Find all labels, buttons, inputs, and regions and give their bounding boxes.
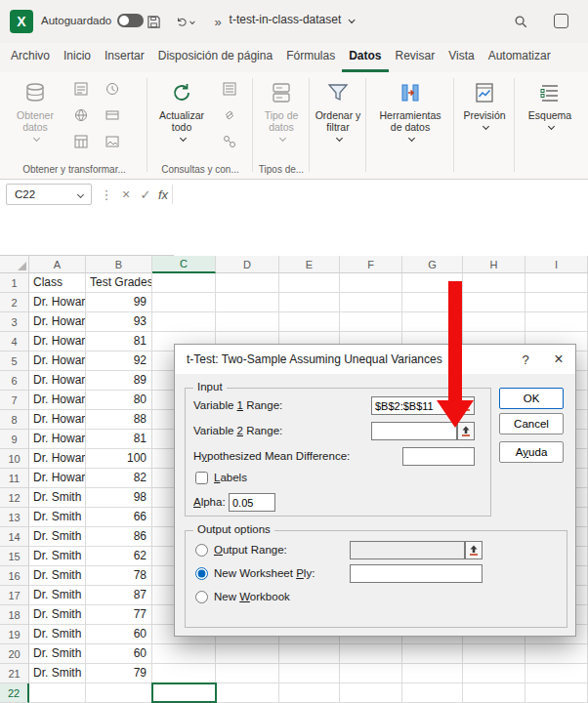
- cell-C3[interactable]: [152, 312, 216, 332]
- cell-H1[interactable]: [463, 273, 525, 293]
- cell-C22[interactable]: [152, 683, 216, 703]
- new-worksheet-radio[interactable]: [195, 567, 208, 580]
- search-icon[interactable]: [512, 13, 529, 30]
- cell-A10[interactable]: Dr. Howar: [29, 449, 86, 469]
- cell-A6[interactable]: Dr. Howar: [29, 371, 86, 391]
- get-data-button[interactable]: Obtener datos: [6, 77, 64, 141]
- tab-insertar[interactable]: Insertar: [98, 43, 151, 72]
- cell-A1[interactable]: Class: [29, 273, 86, 293]
- cell-G20[interactable]: [402, 644, 463, 664]
- sort-filter-button[interactable]: Ordenar y filtrar: [313, 77, 363, 171]
- row-header-8[interactable]: 8: [0, 410, 29, 430]
- row-header-20[interactable]: 20: [0, 644, 29, 664]
- cell-C2[interactable]: [152, 293, 216, 312]
- row-header-2[interactable]: 2: [0, 293, 29, 312]
- row-header-10[interactable]: 10: [0, 449, 29, 469]
- outline-button[interactable]: Esquema: [520, 77, 580, 171]
- new-workbook-radio[interactable]: [195, 591, 208, 603]
- column-header-A[interactable]: A: [29, 256, 86, 273]
- cell-B2[interactable]: 99: [86, 293, 152, 312]
- cell-A4[interactable]: Dr. Howar: [29, 332, 86, 352]
- from-web-icon[interactable]: [72, 106, 90, 124]
- cell-B1[interactable]: Test Grades: [86, 273, 152, 293]
- cell-H3[interactable]: [463, 312, 525, 332]
- row-header-5[interactable]: 5: [0, 352, 29, 371]
- cell-D22[interactable]: [216, 683, 279, 703]
- connections-icon[interactable]: [221, 133, 238, 150]
- cell-B18[interactable]: 77: [86, 605, 152, 625]
- cell-I20[interactable]: [525, 644, 588, 664]
- row-header-9[interactable]: 9: [0, 430, 29, 449]
- row-header-11[interactable]: 11: [0, 469, 29, 488]
- row-header-16[interactable]: 16: [0, 566, 29, 586]
- cell-A19[interactable]: Dr. Smith: [29, 625, 86, 644]
- cell-E1[interactable]: [279, 273, 340, 293]
- cell-A3[interactable]: Dr. Howar: [29, 312, 86, 332]
- from-table-icon[interactable]: [72, 133, 90, 150]
- labels-checkbox[interactable]: [195, 472, 208, 484]
- data-tools-button[interactable]: Herramientas de datos: [369, 77, 451, 171]
- cell-A16[interactable]: Dr. Smith: [29, 566, 86, 586]
- autosave-toggle[interactable]: [117, 14, 144, 27]
- cell-D3[interactable]: [216, 312, 279, 332]
- dialog-title-bar[interactable]: t-Test: Two-Sample Assuming Unequal Vari…: [175, 345, 575, 374]
- cell-E21[interactable]: [279, 664, 340, 683]
- cell-G22[interactable]: [402, 683, 463, 703]
- cell-A22[interactable]: [29, 683, 86, 703]
- column-header-B[interactable]: B: [86, 256, 152, 273]
- output-range-input[interactable]: [350, 541, 465, 559]
- tab-archivo[interactable]: Archivo: [4, 43, 57, 72]
- new-worksheet-input[interactable]: [350, 564, 483, 583]
- row-header-12[interactable]: 12: [0, 488, 29, 508]
- cell-A8[interactable]: Dr. Howar: [29, 410, 86, 430]
- cell-D2[interactable]: [216, 293, 279, 312]
- cell-D1[interactable]: [216, 273, 279, 293]
- help-button[interactable]: Ayuda: [499, 441, 564, 463]
- cell-F22[interactable]: [340, 683, 402, 703]
- output-range-picker-icon[interactable]: [465, 541, 483, 559]
- cell-H22[interactable]: [463, 683, 525, 703]
- select-all-corner[interactable]: [0, 256, 29, 273]
- enter-entry-icon[interactable]: ✓: [137, 184, 154, 205]
- data-types-button[interactable]: Tipo de datos: [256, 77, 307, 141]
- cell-F3[interactable]: [340, 312, 402, 332]
- tab-vista[interactable]: Vista: [441, 43, 481, 72]
- cell-B22[interactable]: [86, 683, 152, 703]
- cell-I22[interactable]: [525, 683, 588, 703]
- cell-A7[interactable]: Dr. Howar: [29, 391, 86, 410]
- cell-A20[interactable]: Dr. Smith: [29, 644, 86, 664]
- cell-F21[interactable]: [340, 664, 402, 683]
- tab-datos[interactable]: Datos: [342, 43, 388, 72]
- tab-inicio[interactable]: Inicio: [57, 43, 98, 72]
- cell-E22[interactable]: [279, 683, 340, 703]
- variable2-range-input[interactable]: [371, 422, 457, 440]
- tab-revisar[interactable]: Revisar: [389, 43, 442, 72]
- alpha-input[interactable]: [229, 493, 275, 512]
- cell-C20[interactable]: [152, 644, 216, 664]
- cell-B13[interactable]: 66: [86, 508, 152, 527]
- column-header-G[interactable]: G: [402, 256, 463, 273]
- cell-A9[interactable]: Dr. Howar: [29, 430, 86, 449]
- name-box[interactable]: C22: [6, 184, 92, 205]
- cell-C1[interactable]: [152, 273, 216, 293]
- cell-A14[interactable]: Dr. Smith: [29, 527, 86, 547]
- column-header-D[interactable]: D: [216, 256, 279, 273]
- dialog-help-icon[interactable]: ?: [509, 345, 542, 374]
- variable2-range-picker-icon[interactable]: [457, 422, 475, 440]
- ok-button[interactable]: OK: [499, 388, 564, 409]
- cell-G21[interactable]: [402, 664, 463, 683]
- cell-B6[interactable]: 89: [86, 371, 152, 391]
- cancel-entry-icon[interactable]: ×: [117, 184, 135, 205]
- cell-E3[interactable]: [279, 312, 340, 332]
- row-header-18[interactable]: 18: [0, 605, 29, 625]
- cell-D21[interactable]: [216, 664, 279, 683]
- cell-B4[interactable]: 81: [86, 332, 152, 352]
- column-header-E[interactable]: E: [279, 256, 340, 273]
- cell-A13[interactable]: Dr. Smith: [29, 508, 86, 527]
- cell-A15[interactable]: Dr. Smith: [29, 547, 86, 566]
- cell-I3[interactable]: [525, 312, 588, 332]
- cell-B14[interactable]: 86: [86, 527, 152, 547]
- cell-B10[interactable]: 100: [86, 449, 152, 469]
- row-header-7[interactable]: 7: [0, 391, 29, 410]
- cell-E20[interactable]: [279, 644, 340, 664]
